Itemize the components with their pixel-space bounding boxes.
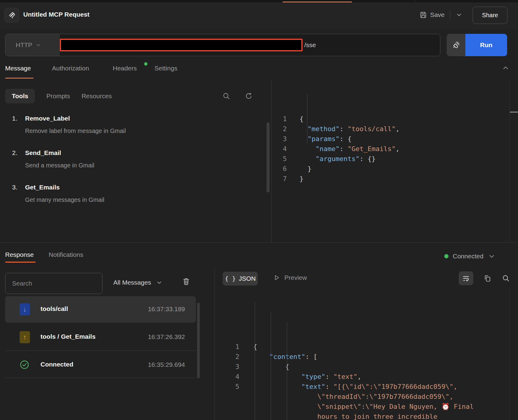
message-label: Connected — [40, 361, 73, 368]
code-line: 4 "type": "text", — [215, 372, 510, 382]
url-input-container: HTTP /sse — [5, 34, 440, 56]
headers-dot-indicator — [144, 62, 147, 66]
editor-scroll-thumb[interactable] — [510, 111, 518, 113]
messages-scrollbar[interactable] — [197, 303, 200, 378]
url-suffix: /sse — [304, 41, 316, 49]
tab-notifications[interactable]: Notifications — [49, 251, 83, 258]
protocol-label: HTTP — [16, 41, 32, 49]
code-line: 4 "name": "Get_Emails", — [272, 144, 510, 154]
response-body-viewer[interactable]: 1{2 "content": [3 {4 "type": "text",5 "t… — [215, 290, 510, 420]
status-label: Connected — [453, 253, 484, 260]
viewer-actions — [459, 271, 510, 285]
code-line: \"threadId\":\"197b77666dadc059\", — [215, 392, 510, 402]
capability-actions — [222, 92, 253, 100]
active-tab-underline — [5, 78, 34, 79]
message-row[interactable]: Connected 16:35:29.694 — [5, 352, 196, 378]
filter-label: All Messages — [113, 279, 151, 286]
share-button[interactable]: Share — [473, 7, 507, 24]
server-url-input[interactable]: /sse — [60, 39, 440, 51]
arrow-up-badge-icon: ↑ — [20, 331, 30, 343]
status-chevron-down-icon[interactable] — [488, 252, 496, 260]
search-response-icon[interactable] — [502, 274, 510, 283]
viewer-scroll-track[interactable] — [510, 289, 518, 420]
response-section: Response Notifications Connected All Mes… — [0, 243, 518, 420]
check-circle-icon — [19, 359, 30, 370]
collapse-section-chevron-up-icon[interactable] — [502, 64, 510, 72]
save-chevron-down-icon[interactable] — [456, 11, 462, 18]
code-line: 7} — [272, 174, 510, 184]
refresh-icon[interactable] — [244, 92, 253, 100]
message-time: 16:37:33.189 — [148, 305, 185, 313]
active-tab-underline — [5, 262, 36, 263]
status-dot-icon — [444, 254, 448, 258]
tab-response[interactable]: Response — [5, 251, 34, 258]
indent-guide — [271, 312, 271, 420]
protocol-select[interactable]: HTTP — [5, 34, 60, 56]
search-icon[interactable] — [222, 92, 231, 100]
tool-index: 1. — [12, 115, 18, 122]
editor-scroll-track[interactable] — [510, 79, 518, 242]
disconnect-button[interactable] — [447, 34, 465, 56]
tab-prompts[interactable]: Prompts — [46, 92, 70, 100]
code-line: 6 } — [272, 164, 510, 174]
row-divider — [5, 351, 196, 351]
clear-messages-button[interactable] — [182, 277, 190, 286]
run-button[interactable]: Run — [465, 34, 507, 56]
save-icon[interactable] — [419, 11, 427, 19]
tool-name: Send_Email — [25, 149, 61, 157]
json-view-button[interactable]: { } JSON — [223, 272, 258, 286]
word-wrap-button[interactable] — [459, 271, 473, 285]
preview-button[interactable]: Preview — [273, 274, 307, 281]
request-tabs: Message Authorization Headers Settings — [0, 60, 518, 79]
save-button[interactable]: Save — [430, 11, 445, 18]
code-line: 3 { — [215, 362, 510, 372]
protocol-chevron-down-icon — [35, 42, 41, 48]
tool-description: Send a message in Gmail — [25, 162, 94, 169]
code-line: hours to join three incredible — [215, 412, 510, 420]
code-line: 1{ — [272, 114, 510, 124]
tools-scrollbar[interactable] — [267, 122, 270, 192]
tool-description: Remove label from message in Gmail — [25, 128, 126, 134]
code-line: \"snippet\":\"Hey Dale Nguyen, ⏰ Final — [215, 402, 510, 412]
indent-guide — [287, 322, 287, 420]
run-controls: Run — [447, 34, 507, 56]
trash-icon — [182, 277, 190, 286]
connection-status[interactable]: Connected — [444, 252, 496, 260]
code-line: 3 "params": { — [272, 134, 510, 144]
mcp-request-tile — [5, 8, 19, 22]
code-line: 2 "method": "tools/call", — [272, 124, 510, 134]
tab-tools[interactable]: Tools — [5, 89, 35, 103]
tab-settings[interactable]: Settings — [154, 65, 177, 72]
message-label: tools/call — [40, 305, 68, 312]
word-wrap-icon — [462, 274, 470, 282]
tab-authorization[interactable]: Authorization — [52, 65, 89, 72]
message-row[interactable]: ↑ tools / Get_Emails 16:37:26.392 — [5, 324, 196, 351]
page-title: Untitled MCP Request — [23, 11, 89, 18]
message-row[interactable]: ↓ tools/call 16:37:33.189 — [5, 296, 196, 323]
message-label: tools / Get_Emails — [40, 333, 96, 340]
tool-name: Remove_Label — [25, 115, 70, 122]
preview-label: Preview — [284, 274, 307, 281]
tool-name: Get_Emails — [25, 184, 60, 191]
app-window: Untitled MCP Request Save Share HTT — [0, 0, 518, 420]
save-controls: Save — [419, 8, 462, 22]
code-line: 5 "text": "[{\"id\":\"197b77666dadc059\"… — [215, 382, 510, 392]
tab-strip-divider — [415, 0, 415, 2]
message-filter-dropdown[interactable]: All Messages — [113, 279, 163, 286]
arrow-down-badge-icon: ↓ — [20, 303, 30, 315]
tool-index: 3. — [12, 184, 18, 191]
code-line: 5 "arguments": {} — [272, 154, 510, 164]
play-icon — [273, 274, 280, 281]
json-view-label: JSON — [239, 275, 256, 282]
save-separator — [450, 10, 450, 20]
tab-message[interactable]: Message — [5, 65, 31, 72]
browser-tab-strip — [0, 0, 518, 2]
copy-icon[interactable] — [484, 274, 491, 282]
plug-off-icon — [451, 40, 461, 50]
search-input[interactable] — [5, 273, 102, 294]
code-line: 2 "content": [ — [215, 352, 510, 362]
tab-headers[interactable]: Headers — [113, 65, 137, 72]
tab-resources[interactable]: Resources — [82, 92, 112, 100]
request-body-editor[interactable]: 1{2 "method": "tools/call",3 "params": {… — [272, 79, 510, 242]
url-row: HTTP /sse — [0, 34, 518, 56]
